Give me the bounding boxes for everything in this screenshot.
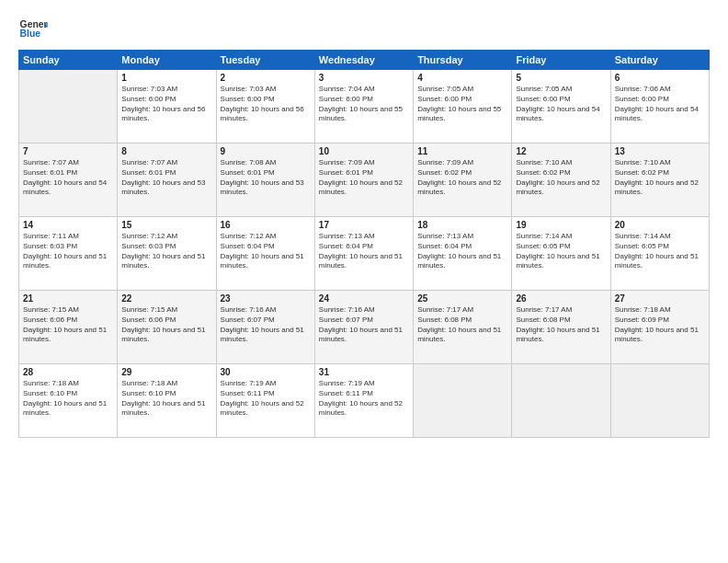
day-number: 21 <box>23 293 113 304</box>
calendar-cell: 30Sunrise: 7:19 AMSunset: 6:11 PMDayligh… <box>216 364 314 438</box>
calendar-cell: 19Sunrise: 7:14 AMSunset: 6:05 PMDayligh… <box>512 217 610 291</box>
col-header-monday: Monday <box>118 51 216 70</box>
day-number: 12 <box>516 146 606 156</box>
cell-info: Sunrise: 7:19 AMSunset: 6:11 PMDaylight:… <box>221 379 311 419</box>
cell-info: Sunrise: 7:13 AMSunset: 6:04 PMDaylight:… <box>417 232 507 271</box>
cell-info: Sunrise: 7:17 AMSunset: 6:08 PMDaylight:… <box>516 305 606 345</box>
calendar-cell: 18Sunrise: 7:13 AMSunset: 6:04 PMDayligh… <box>414 217 512 291</box>
day-number: 30 <box>221 367 311 377</box>
calendar-cell: 17Sunrise: 7:13 AMSunset: 6:04 PMDayligh… <box>314 217 413 291</box>
cell-info: Sunrise: 7:11 AMSunset: 6:03 PMDaylight:… <box>23 232 113 271</box>
cell-info: Sunrise: 7:09 AMSunset: 6:02 PMDaylight:… <box>417 158 507 198</box>
cell-info: Sunrise: 7:18 AMSunset: 6:10 PMDaylight:… <box>121 379 211 419</box>
cell-info: Sunrise: 7:15 AMSunset: 6:06 PMDaylight:… <box>23 305 113 345</box>
week-row-5: 28Sunrise: 7:18 AMSunset: 6:10 PMDayligh… <box>19 364 710 438</box>
day-number: 2 <box>221 73 311 83</box>
cell-info: Sunrise: 7:05 AMSunset: 6:00 PMDaylight:… <box>516 85 606 124</box>
week-row-3: 14Sunrise: 7:11 AMSunset: 6:03 PMDayligh… <box>19 217 710 291</box>
calendar-cell: 7Sunrise: 7:07 AMSunset: 6:01 PMDaylight… <box>19 144 118 217</box>
calendar-cell: 1Sunrise: 7:03 AMSunset: 6:00 PMDaylight… <box>118 70 216 144</box>
header-row: SundayMondayTuesdayWednesdayThursdayFrid… <box>19 51 710 70</box>
week-row-2: 7Sunrise: 7:07 AMSunset: 6:01 PMDaylight… <box>19 144 710 217</box>
day-number: 25 <box>417 293 507 304</box>
day-number: 13 <box>615 146 705 156</box>
calendar-cell: 22Sunrise: 7:15 AMSunset: 6:06 PMDayligh… <box>118 291 216 364</box>
day-number: 3 <box>319 73 409 83</box>
day-number: 19 <box>516 220 606 230</box>
col-header-sunday: Sunday <box>19 51 118 70</box>
cell-info: Sunrise: 7:18 AMSunset: 6:10 PMDaylight:… <box>23 379 113 419</box>
calendar-cell: 23Sunrise: 7:16 AMSunset: 6:07 PMDayligh… <box>216 291 314 364</box>
calendar-cell: 4Sunrise: 7:05 AMSunset: 6:00 PMDaylight… <box>414 70 512 144</box>
calendar-cell <box>414 364 512 438</box>
day-number: 16 <box>221 220 311 230</box>
day-number: 26 <box>516 293 606 304</box>
day-number: 27 <box>615 293 705 304</box>
svg-text:General: General <box>20 19 48 29</box>
day-number: 11 <box>417 146 507 156</box>
cell-info: Sunrise: 7:16 AMSunset: 6:07 PMDaylight:… <box>319 305 409 345</box>
col-header-tuesday: Tuesday <box>216 51 314 70</box>
cell-info: Sunrise: 7:04 AMSunset: 6:00 PMDaylight:… <box>319 85 409 124</box>
cell-info: Sunrise: 7:08 AMSunset: 6:01 PMDaylight:… <box>221 158 311 198</box>
day-number: 7 <box>23 146 113 156</box>
cell-info: Sunrise: 7:18 AMSunset: 6:09 PMDaylight:… <box>615 305 705 345</box>
day-number: 14 <box>23 220 113 230</box>
calendar-cell: 26Sunrise: 7:17 AMSunset: 6:08 PMDayligh… <box>512 291 610 364</box>
header: General Blue <box>18 17 710 42</box>
calendar-cell: 13Sunrise: 7:10 AMSunset: 6:02 PMDayligh… <box>610 144 709 217</box>
col-header-wednesday: Wednesday <box>314 51 413 70</box>
calendar-cell <box>512 364 610 438</box>
calendar-cell: 15Sunrise: 7:12 AMSunset: 6:03 PMDayligh… <box>118 217 216 291</box>
calendar-cell: 12Sunrise: 7:10 AMSunset: 6:02 PMDayligh… <box>512 144 610 217</box>
calendar-cell <box>19 70 118 144</box>
day-number: 8 <box>121 146 211 156</box>
calendar-cell: 27Sunrise: 7:18 AMSunset: 6:09 PMDayligh… <box>610 291 709 364</box>
col-header-thursday: Thursday <box>414 51 512 70</box>
calendar-cell: 29Sunrise: 7:18 AMSunset: 6:10 PMDayligh… <box>118 364 216 438</box>
cell-info: Sunrise: 7:17 AMSunset: 6:08 PMDaylight:… <box>417 305 507 345</box>
day-number: 28 <box>23 367 113 377</box>
cell-info: Sunrise: 7:16 AMSunset: 6:07 PMDaylight:… <box>221 305 311 345</box>
week-row-4: 21Sunrise: 7:15 AMSunset: 6:06 PMDayligh… <box>19 291 710 364</box>
calendar-cell: 21Sunrise: 7:15 AMSunset: 6:06 PMDayligh… <box>19 291 118 364</box>
calendar-cell: 5Sunrise: 7:05 AMSunset: 6:00 PMDaylight… <box>512 70 610 144</box>
week-row-1: 1Sunrise: 7:03 AMSunset: 6:00 PMDaylight… <box>19 70 710 144</box>
calendar-cell: 8Sunrise: 7:07 AMSunset: 6:01 PMDaylight… <box>118 144 216 217</box>
calendar-cell: 31Sunrise: 7:19 AMSunset: 6:11 PMDayligh… <box>314 364 413 438</box>
cell-info: Sunrise: 7:14 AMSunset: 6:05 PMDaylight:… <box>615 232 705 271</box>
calendar-cell: 3Sunrise: 7:04 AMSunset: 6:00 PMDaylight… <box>314 70 413 144</box>
calendar-cell: 20Sunrise: 7:14 AMSunset: 6:05 PMDayligh… <box>610 217 709 291</box>
cell-info: Sunrise: 7:06 AMSunset: 6:00 PMDaylight:… <box>615 85 705 124</box>
calendar-cell: 28Sunrise: 7:18 AMSunset: 6:10 PMDayligh… <box>19 364 118 438</box>
day-number: 1 <box>121 73 211 83</box>
calendar-cell: 16Sunrise: 7:12 AMSunset: 6:04 PMDayligh… <box>216 217 314 291</box>
calendar-cell: 14Sunrise: 7:11 AMSunset: 6:03 PMDayligh… <box>19 217 118 291</box>
cell-info: Sunrise: 7:10 AMSunset: 6:02 PMDaylight:… <box>615 158 705 198</box>
day-number: 24 <box>319 293 409 304</box>
page: General Blue SundayMondayTuesdayWednesda… <box>0 0 728 563</box>
calendar-cell: 9Sunrise: 7:08 AMSunset: 6:01 PMDaylight… <box>216 144 314 217</box>
day-number: 15 <box>121 220 211 230</box>
day-number: 20 <box>615 220 705 230</box>
calendar-cell: 2Sunrise: 7:03 AMSunset: 6:00 PMDaylight… <box>216 70 314 144</box>
calendar-table: SundayMondayTuesdayWednesdayThursdayFrid… <box>18 50 710 438</box>
day-number: 6 <box>615 73 705 83</box>
day-number: 18 <box>417 220 507 230</box>
cell-info: Sunrise: 7:14 AMSunset: 6:05 PMDaylight:… <box>516 232 606 271</box>
calendar-header: SundayMondayTuesdayWednesdayThursdayFrid… <box>19 51 710 70</box>
logo-icon: General Blue <box>18 17 48 42</box>
col-header-friday: Friday <box>512 51 610 70</box>
cell-info: Sunrise: 7:03 AMSunset: 6:00 PMDaylight:… <box>221 85 311 124</box>
cell-info: Sunrise: 7:15 AMSunset: 6:06 PMDaylight:… <box>121 305 211 345</box>
calendar-cell: 11Sunrise: 7:09 AMSunset: 6:02 PMDayligh… <box>414 144 512 217</box>
day-number: 31 <box>319 367 409 377</box>
day-number: 17 <box>319 220 409 230</box>
calendar-body: 1Sunrise: 7:03 AMSunset: 6:00 PMDaylight… <box>19 70 710 438</box>
day-number: 5 <box>516 73 606 83</box>
cell-info: Sunrise: 7:09 AMSunset: 6:01 PMDaylight:… <box>319 158 409 198</box>
calendar-cell: 25Sunrise: 7:17 AMSunset: 6:08 PMDayligh… <box>414 291 512 364</box>
day-number: 9 <box>221 146 311 156</box>
day-number: 29 <box>121 367 211 377</box>
cell-info: Sunrise: 7:13 AMSunset: 6:04 PMDaylight:… <box>319 232 409 271</box>
